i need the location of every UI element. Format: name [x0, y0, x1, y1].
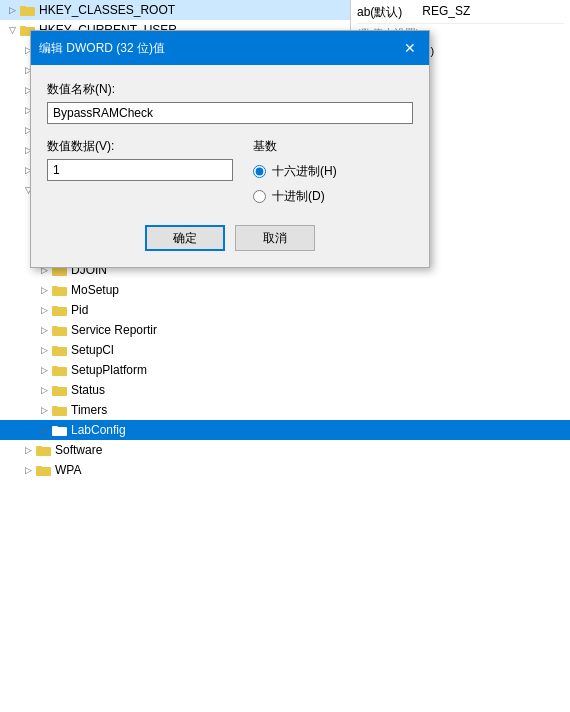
radio-hex-label: 十六进制(H): [272, 163, 337, 180]
svg-rect-31: [52, 306, 58, 308]
tree-item-status[interactable]: ▷ Status: [0, 380, 570, 400]
tree-item-software[interactable]: ▷ Software: [0, 440, 570, 460]
folder-icon: [52, 323, 68, 337]
folder-icon: [52, 283, 68, 297]
expand-icon: ▷: [20, 462, 36, 478]
folder-icon: [36, 443, 52, 457]
svg-rect-30: [52, 307, 67, 316]
col-type: REG_SZ: [422, 4, 470, 21]
tree-item-timers[interactable]: ▷ Timers: [0, 400, 570, 420]
dialog-title: 编辑 DWORD (32 位)值: [39, 40, 165, 57]
dialog-body: 数值名称(N): 数值数据(V): 基数 十六进制(H) 十进制(D): [31, 65, 429, 267]
folder-icon: [52, 403, 68, 417]
radio-dec-input[interactable]: [253, 190, 266, 203]
tree-label: Timers: [71, 403, 107, 417]
radio-dec-option[interactable]: 十进制(D): [253, 188, 413, 205]
svg-rect-35: [52, 346, 58, 348]
tree-label: SetupCl: [71, 343, 114, 357]
cancel-button[interactable]: 取消: [235, 225, 315, 251]
tree-item-pid[interactable]: ▷ Pid: [0, 300, 570, 320]
svg-rect-29: [52, 286, 58, 288]
tree-item-setup-platform[interactable]: ▷ SetupPlatform: [0, 360, 570, 380]
svg-rect-46: [36, 467, 51, 476]
value-column: 数值数据(V):: [47, 138, 233, 205]
tree-label: SetupPlatform: [71, 363, 147, 377]
expand-icon: ▷: [36, 362, 52, 378]
col-default: ab(默认): [357, 4, 402, 21]
svg-rect-28: [52, 287, 67, 296]
dialog-buttons: 确定 取消: [47, 221, 413, 251]
data-input[interactable]: [47, 159, 233, 181]
svg-rect-36: [52, 367, 67, 376]
svg-rect-34: [52, 347, 67, 356]
data-label: 数值数据(V):: [47, 138, 233, 155]
tree-item-wpa[interactable]: ▷ WPA: [0, 460, 570, 480]
svg-rect-39: [52, 386, 58, 388]
ok-button[interactable]: 确定: [145, 225, 225, 251]
name-label: 数值名称(N):: [47, 81, 413, 98]
tree-item-lab-config[interactable]: ▷ LabConfig: [0, 420, 570, 440]
dialog-close-button[interactable]: ✕: [399, 37, 421, 59]
svg-rect-43: [52, 426, 58, 428]
expand-icon: ▷: [36, 402, 52, 418]
svg-rect-33: [52, 326, 58, 328]
expand-icon: ▷: [20, 442, 36, 458]
svg-rect-1: [20, 6, 26, 8]
tree-label: MoSetup: [71, 283, 119, 297]
folder-icon: [20, 3, 36, 17]
folder-icon: [52, 343, 68, 357]
tree-label: Software: [55, 443, 102, 457]
svg-rect-26: [52, 267, 67, 276]
expand-icon: ▷: [36, 422, 52, 438]
svg-rect-3: [20, 26, 26, 28]
svg-rect-0: [20, 7, 35, 16]
expand-icon: ▷: [36, 322, 52, 338]
svg-rect-41: [52, 406, 58, 408]
tree-item-setup-cl[interactable]: ▷ SetupCl: [0, 340, 570, 360]
svg-rect-38: [52, 387, 67, 396]
svg-rect-47: [36, 466, 42, 468]
name-input[interactable]: [47, 102, 413, 124]
expand-icon: ▷: [36, 342, 52, 358]
tree-label: LabConfig: [71, 423, 126, 437]
svg-rect-32: [52, 327, 67, 336]
dialog-titlebar: 编辑 DWORD (32 位)值 ✕: [31, 31, 429, 65]
folder-icon: [36, 463, 52, 477]
dword-dialog: 编辑 DWORD (32 位)值 ✕ 数值名称(N): 数值数据(V): 基数 …: [30, 30, 430, 268]
tree-item-service-reporting[interactable]: ▷ Service Reportir: [0, 320, 570, 340]
expand-icon: ▷: [4, 2, 20, 18]
svg-rect-45: [36, 446, 42, 448]
tree-item-mo-setup[interactable]: ▷ MoSetup: [0, 280, 570, 300]
svg-rect-42: [52, 427, 67, 436]
data-row: 数值数据(V): 基数 十六进制(H) 十进制(D): [47, 138, 413, 205]
folder-icon: [52, 363, 68, 377]
expand-icon: ▷: [36, 302, 52, 318]
panel-header-row: ab(默认) REG_SZ: [357, 2, 564, 24]
expand-icon: ▷: [36, 382, 52, 398]
radio-hex-input[interactable]: [253, 165, 266, 178]
radio-group: 十六进制(H) 十进制(D): [253, 163, 413, 205]
folder-icon: [52, 303, 68, 317]
tree-label: Service Reportir: [71, 323, 157, 337]
radio-dec-label: 十进制(D): [272, 188, 325, 205]
tree-label: HKEY_CLASSES_ROOT: [39, 3, 175, 17]
tree-label: Pid: [71, 303, 88, 317]
folder-icon: [52, 383, 68, 397]
base-column: 基数 十六进制(H) 十进制(D): [253, 138, 413, 205]
base-label: 基数: [253, 138, 413, 155]
tree-label: Status: [71, 383, 105, 397]
expand-icon: ▽: [4, 22, 20, 38]
svg-rect-40: [52, 407, 67, 416]
radio-hex-option[interactable]: 十六进制(H): [253, 163, 413, 180]
folder-icon: [52, 423, 68, 437]
expand-icon: ▷: [36, 282, 52, 298]
svg-rect-44: [36, 447, 51, 456]
tree-label: WPA: [55, 463, 81, 477]
svg-rect-37: [52, 366, 58, 368]
